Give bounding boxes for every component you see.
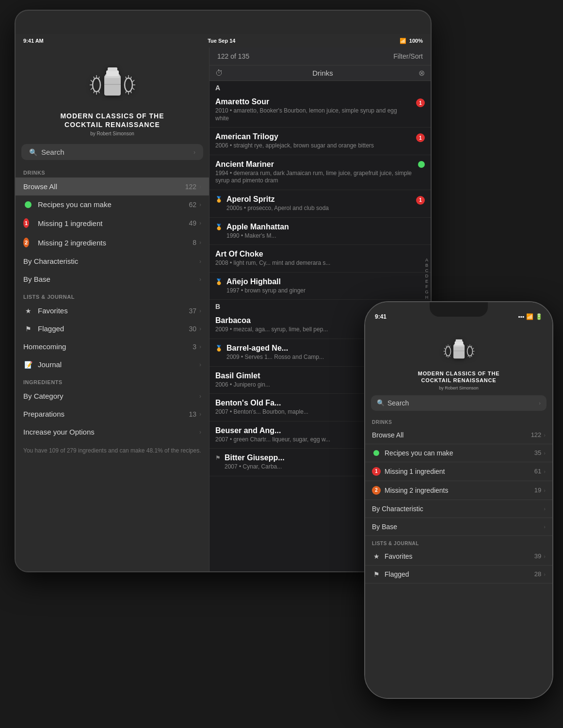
svg-point-40 — [467, 346, 472, 356]
iphone-item-missing-1[interactable]: 1 Missing 1 ingredient 61 › — [365, 462, 552, 481]
chevron-right-icon: › — [199, 325, 201, 332]
svg-line-49 — [467, 355, 468, 356]
svg-line-46 — [467, 345, 468, 347]
sidebar-item-increase-options[interactable]: Increase your Options › — [16, 423, 209, 441]
detail-search-label: Drinks — [227, 69, 418, 77]
chevron-right-icon: › — [199, 239, 201, 246]
drink-item-aperol-spritz[interactable]: 🏅 Aperol Spritz 2000s • prosecco, Aperol… — [209, 190, 431, 218]
missing-badge: 1 — [416, 133, 425, 142]
award-icon: 🏅 — [215, 345, 223, 352]
sidebar-item-missing-2[interactable]: 2 Missing 2 ingredients 8 › — [16, 233, 209, 252]
badge-2-icon: 2 — [372, 486, 381, 495]
chevron-right-icon: › — [199, 220, 201, 226]
ipad-status-icons: 📶 100% — [400, 38, 423, 44]
chevron-right-icon: › — [539, 400, 541, 406]
sidebar-item-flagged[interactable]: ⚑ Flagged 30 › — [16, 320, 209, 338]
svg-line-16 — [132, 80, 134, 82]
iphone-item-favorites[interactable]: ★ Favorites 39 › — [365, 548, 552, 566]
ingredients-section-header: INGREDIENTS — [16, 373, 209, 387]
iphone-notch — [430, 302, 488, 317]
svg-line-18 — [132, 88, 134, 90]
detail-search-bar: ⏱ Drinks ⊗ — [209, 65, 431, 81]
sidebar-item-missing-1[interactable]: 1 Missing 1 ingredient 49 › — [16, 213, 209, 233]
flag-icon: ⚑ — [373, 570, 380, 578]
timer-icon: ⏱ — [215, 69, 223, 78]
iphone-app-logo-icon — [439, 333, 478, 367]
battery-icon: 🔋 — [535, 313, 543, 320]
svg-rect-3 — [108, 67, 117, 71]
svg-line-31 — [444, 348, 445, 349]
svg-line-19 — [130, 77, 131, 79]
iphone-item-by-base[interactable]: By Base › — [365, 518, 552, 536]
drinks-section-header: DRINKS — [16, 164, 209, 178]
wifi-icon: 📶 — [400, 38, 406, 44]
sidebar-item-preparations[interactable]: Preparations 13 › — [16, 405, 209, 423]
award-icon: 🏅 — [215, 278, 223, 285]
svg-line-47 — [471, 355, 471, 356]
ipad-app-subtitle: by Robert Simonson — [90, 131, 134, 136]
drink-item-art-of-choke[interactable]: Art Of Choke 2008 • light rum, Cy... min… — [209, 245, 431, 273]
iphone-lists-header: LISTS & JOURNAL — [365, 536, 552, 548]
svg-rect-0 — [104, 75, 121, 96]
iphone-search-label: Search — [387, 399, 539, 407]
svg-line-6 — [91, 80, 93, 82]
sidebar-item-browse-all[interactable]: Browse All 122 › — [16, 178, 209, 195]
star-icon: ★ — [25, 307, 32, 315]
svg-line-44 — [471, 345, 471, 347]
svg-rect-28 — [455, 339, 462, 341]
drink-item-amaretto-sour[interactable]: Amaretto Sour 2010 • amaretto, Booker's … — [209, 93, 431, 128]
svg-rect-4 — [104, 84, 121, 85]
iphone-device: 9:41 ▪▪▪ 📶 🔋 — [364, 301, 553, 699]
section-letter-a: A — [209, 81, 431, 93]
award-icon: 🏅 — [215, 224, 223, 230]
iphone-item-browse-all[interactable]: Browse All 122 › — [365, 426, 552, 444]
chevron-right-icon: › — [544, 487, 546, 493]
chevron-right-icon: › — [544, 506, 546, 512]
filter-sort-button[interactable]: Filter/Sort — [393, 52, 423, 60]
star-icon: ★ — [373, 552, 380, 560]
svg-point-30 — [445, 346, 450, 356]
iphone-item-missing-2[interactable]: 2 Missing 2 ingredients 19 › — [365, 481, 552, 500]
svg-rect-29 — [453, 350, 464, 351]
ipad-sidebar-footer: You have 109 of 279 ingredients and can … — [16, 441, 209, 461]
app-logo-icon — [83, 59, 142, 108]
drink-item-anejo-highball[interactable]: 🏅 Añejo Highball 1997 • brown syrup and … — [209, 273, 431, 300]
svg-line-39 — [449, 355, 450, 356]
sidebar-item-journal[interactable]: 📝 Journal › — [16, 356, 209, 373]
svg-point-5 — [93, 78, 100, 92]
drink-item-american-trilogy[interactable]: American Trilogy 2006 • straight rye, ap… — [209, 128, 431, 155]
iphone-item-by-characteristic[interactable]: By Characteristic › — [365, 500, 552, 518]
svg-line-22 — [130, 91, 131, 93]
search-icon: 🔍 — [29, 148, 37, 156]
iphone-app-title: MODERN CLASSICS OF THE COCKTAIL RENAISSA… — [418, 370, 500, 384]
badge-1-icon: 1 — [23, 218, 29, 228]
sidebar-item-by-base[interactable]: By Base › — [16, 270, 209, 288]
detail-count: 122 of 135 — [217, 52, 249, 60]
chevron-right-icon: › — [544, 524, 546, 530]
lists-section-header: LISTS & JOURNAL — [16, 288, 209, 302]
iphone-drinks-header: DRINKS — [365, 415, 552, 426]
missing-badge: 1 — [416, 196, 425, 205]
ipad-date: Tue Sep 14 — [208, 38, 235, 44]
svg-line-34 — [446, 345, 446, 347]
chevron-right-icon: › — [199, 276, 201, 283]
green-dot-icon — [25, 201, 32, 208]
clear-icon[interactable]: ⊗ — [418, 68, 425, 78]
sidebar-item-favorites[interactable]: ★ Favorites 37 › — [16, 302, 209, 320]
ipad-sidebar-search[interactable]: 🔍 Search › — [21, 144, 203, 160]
sidebar-item-by-characteristic[interactable]: By Characteristic › — [16, 252, 209, 270]
iphone-app-subtitle: by Robert Simonson — [439, 386, 479, 390]
award-icon: 🏅 — [215, 196, 223, 203]
drink-item-apple-manhattan[interactable]: 🏅 Apple Manhattan 1990 • Maker's M... — [209, 218, 431, 245]
sidebar-item-homecoming[interactable]: Homecoming 3 › — [16, 338, 209, 356]
sidebar-item-recipes-make[interactable]: Recipes you can make 62 › — [16, 195, 209, 213]
drink-item-ancient-mariner[interactable]: Ancient Mariner 1994 • demerara rum, dar… — [209, 155, 431, 190]
sidebar-item-by-category[interactable]: By Category › — [16, 387, 209, 405]
app-logo-area: MODERN CLASSICS OF THE COCKTAIL RENAISSA… — [16, 48, 209, 144]
svg-line-36 — [449, 345, 450, 347]
svg-line-8 — [91, 88, 93, 90]
iphone-search[interactable]: 🔍 Search › — [371, 395, 547, 411]
iphone-item-recipes-make[interactable]: Recipes you can make 35 › — [365, 444, 552, 462]
iphone-item-flagged[interactable]: ⚑ Flagged 28 › — [365, 566, 552, 583]
chevron-right-icon: › — [544, 553, 546, 559]
